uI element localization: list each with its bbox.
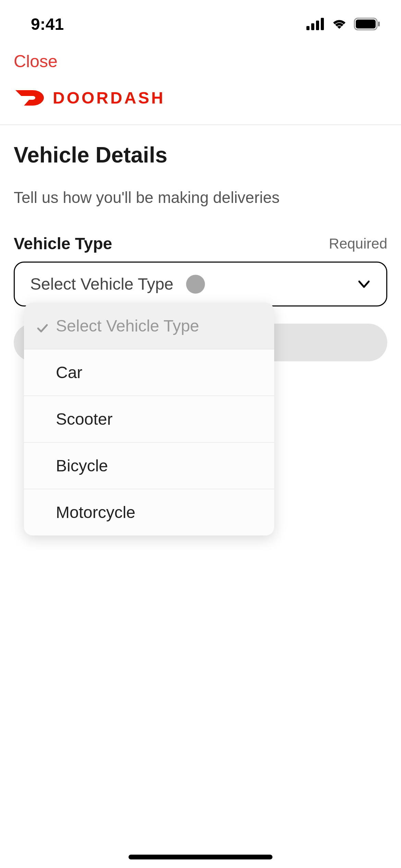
svg-rect-2: [316, 21, 319, 30]
svg-rect-3: [321, 18, 324, 30]
option-label: Scooter: [56, 410, 112, 429]
dropdown-container: Select Vehicle Type Select Vehicle Type: [14, 262, 387, 363]
home-indicator[interactable]: [129, 855, 272, 859]
option-label: Car: [56, 363, 82, 382]
main-content: Vehicle Details Tell us how you'll be ma…: [0, 125, 401, 380]
status-icons: [306, 17, 380, 31]
vehicle-type-select[interactable]: Select Vehicle Type: [14, 262, 387, 306]
dropdown-option-car[interactable]: Car: [24, 349, 274, 396]
dropdown-option-motorcycle[interactable]: Motorcycle: [24, 489, 274, 535]
field-label: Vehicle Type: [14, 234, 112, 253]
battery-icon: [354, 17, 380, 31]
close-button[interactable]: Close: [14, 51, 58, 71]
logo-section: DOORDASH: [0, 88, 401, 124]
svg-rect-6: [378, 22, 380, 26]
page-subtitle: Tell us how you'll be making deliveries: [14, 188, 387, 207]
logo-text: DOORDASH: [53, 88, 165, 107]
doordash-logo-icon: [14, 88, 45, 107]
checkmark-icon: [36, 320, 49, 333]
dropdown-option-placeholder[interactable]: Select Vehicle Type: [24, 303, 274, 349]
cellular-signal-icon: [306, 18, 325, 30]
option-label: Bicycle: [56, 456, 108, 475]
touch-indicator: [186, 275, 205, 293]
dropdown-option-bicycle[interactable]: Bicycle: [24, 443, 274, 489]
svg-rect-0: [306, 26, 309, 30]
wifi-icon: [331, 18, 348, 30]
dropdown-menu: Select Vehicle Type Car Scooter Bicycle …: [24, 303, 274, 535]
header: Close: [0, 45, 401, 88]
dropdown-option-scooter[interactable]: Scooter: [24, 396, 274, 443]
field-required-label: Required: [329, 236, 387, 252]
field-header: Vehicle Type Required: [14, 234, 387, 253]
select-placeholder: Select Vehicle Type: [30, 275, 173, 293]
svg-rect-1: [311, 23, 314, 30]
option-label: Select Vehicle Type: [56, 316, 199, 335]
option-label: Motorcycle: [56, 503, 135, 522]
status-bar: 9:41: [0, 0, 401, 45]
status-time: 9:41: [31, 15, 64, 34]
svg-rect-5: [356, 20, 376, 28]
chevron-down-icon: [357, 277, 371, 291]
page-title: Vehicle Details: [14, 142, 387, 168]
